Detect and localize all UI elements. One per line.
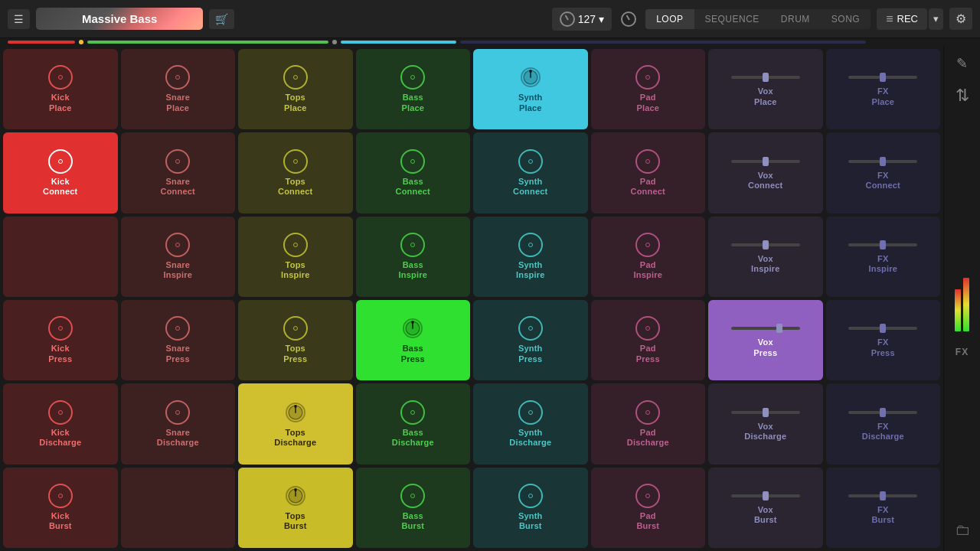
cell-kick-press[interactable]: Kick Press bbox=[3, 300, 118, 380]
circle-pad-connect bbox=[635, 149, 660, 174]
circle-synth-connect bbox=[518, 149, 543, 174]
cell-label-fx-connect: FX Connect bbox=[866, 171, 900, 191]
menu-button[interactable]: ☰ bbox=[8, 9, 30, 29]
cell-pad-place[interactable]: Pad Place bbox=[591, 49, 706, 129]
fader-vox-discharge[interactable] bbox=[731, 411, 800, 414]
cell-synth-burst[interactable]: Synth Burst bbox=[473, 468, 588, 548]
edit-button[interactable]: ✎ bbox=[953, 52, 971, 75]
sync-icon bbox=[621, 11, 636, 27]
cell-bass-burst[interactable]: Bass Burst bbox=[356, 468, 471, 548]
circle-pad-discharge bbox=[635, 400, 660, 425]
fader-fx-inspire[interactable] bbox=[848, 243, 917, 246]
preset-title[interactable]: Massive Bass bbox=[36, 8, 203, 30]
circle-dot-kick-burst bbox=[58, 494, 63, 498]
fader-fx-burst[interactable] bbox=[848, 494, 917, 497]
fader-fx-connect[interactable] bbox=[848, 160, 917, 163]
mode-song[interactable]: SONG bbox=[821, 9, 871, 29]
cell-tops-inspire[interactable]: Tops Inspire bbox=[238, 217, 353, 297]
fader-vox-place[interactable] bbox=[731, 76, 800, 79]
cell-pad-discharge[interactable]: Pad Discharge bbox=[591, 383, 706, 464]
cell-bass-place[interactable]: Bass Place bbox=[356, 49, 471, 129]
cell-fx-inspire[interactable]: FX Inspire bbox=[826, 217, 941, 297]
mode-drum[interactable]: DRUM bbox=[770, 9, 821, 29]
cell-kick-connect[interactable]: Kick Connect bbox=[3, 132, 118, 213]
cell-pad-burst[interactable]: Pad Burst bbox=[591, 468, 706, 548]
cell-tops-burst[interactable]: Tops Burst bbox=[238, 468, 353, 548]
cell-kick-inspire[interactable] bbox=[3, 217, 118, 297]
mode-loop[interactable]: LOOP bbox=[645, 9, 694, 29]
cell-vox-burst[interactable]: Vox Burst bbox=[708, 468, 823, 548]
fader-vox-press[interactable] bbox=[731, 327, 800, 330]
mode-sequence[interactable]: SEQUENCE bbox=[694, 9, 770, 29]
cell-bass-inspire[interactable]: Bass Inspire bbox=[356, 217, 471, 297]
cell-snare-burst[interactable] bbox=[121, 468, 236, 548]
circle-snare-connect bbox=[165, 149, 190, 174]
cell-bass-connect[interactable]: Bass Connect bbox=[356, 132, 471, 213]
bpm-display[interactable]: 127 ▾ bbox=[552, 8, 612, 31]
cell-snare-discharge[interactable]: Snare Discharge bbox=[121, 383, 236, 464]
fader-thumb-fx-press bbox=[880, 324, 886, 333]
cell-tops-connect[interactable]: Tops Connect bbox=[238, 132, 353, 213]
circle-tops-place bbox=[283, 65, 308, 90]
cell-label-vox-press: Vox Press bbox=[753, 337, 777, 357]
fader-fx-discharge[interactable] bbox=[848, 411, 917, 414]
circle-dot-pad-burst bbox=[645, 494, 650, 498]
cell-pad-connect[interactable]: Pad Connect bbox=[591, 132, 706, 213]
fader-fx-place[interactable] bbox=[848, 76, 917, 79]
circle-dot-pad-inspire bbox=[645, 243, 650, 247]
cell-synth-inspire[interactable]: Synth Inspire bbox=[473, 217, 588, 297]
cart-button[interactable]: 🛒 bbox=[209, 9, 234, 29]
folder-button[interactable]: 🗀 bbox=[952, 518, 973, 545]
cell-fx-discharge[interactable]: FX Discharge bbox=[826, 383, 941, 464]
cell-fx-burst[interactable]: FX Burst bbox=[826, 468, 941, 548]
cell-snare-inspire[interactable]: Snare Inspire bbox=[121, 217, 236, 297]
circle-snare-place bbox=[165, 65, 190, 90]
cell-synth-place[interactable]: Synth Place bbox=[473, 49, 588, 129]
circle-dot-kick-place bbox=[58, 75, 63, 80]
cell-bass-discharge[interactable]: Bass Discharge bbox=[356, 383, 471, 464]
cell-vox-connect[interactable]: Vox Connect bbox=[708, 132, 823, 213]
cell-kick-discharge[interactable]: Kick Discharge bbox=[3, 383, 118, 464]
fader-vox-connect[interactable] bbox=[731, 160, 800, 163]
cell-synth-discharge[interactable]: Synth Discharge bbox=[473, 383, 588, 464]
cell-kick-place[interactable]: Kick Place bbox=[3, 49, 118, 129]
circle-bass-place bbox=[400, 65, 425, 90]
eq-button[interactable]: ⇅ bbox=[952, 83, 972, 109]
cell-synth-press[interactable]: Synth Press bbox=[473, 300, 588, 380]
cell-snare-connect[interactable]: Snare Connect bbox=[121, 132, 236, 213]
circle-dot-bass-inspire bbox=[410, 243, 415, 247]
cell-tops-discharge[interactable]: Tops Discharge bbox=[238, 383, 353, 464]
cell-vox-press[interactable]: Vox Press bbox=[708, 300, 823, 380]
fader-vox-inspire[interactable] bbox=[731, 243, 800, 246]
cell-tops-place[interactable]: Tops Place bbox=[238, 49, 353, 129]
cell-label-bass-discharge: Bass Discharge bbox=[392, 428, 434, 448]
fader-fx-press[interactable] bbox=[848, 327, 917, 330]
cell-snare-press[interactable]: Snare Press bbox=[121, 300, 236, 380]
cell-label-tops-connect: Tops Connect bbox=[278, 177, 312, 197]
circle-snare-press bbox=[165, 316, 190, 341]
rec-button[interactable]: ≡ REC bbox=[877, 8, 927, 30]
cell-bass-press[interactable]: Bass Press bbox=[356, 300, 471, 380]
circle-dot-kick-press bbox=[58, 326, 63, 331]
cell-kick-burst[interactable]: Kick Burst bbox=[3, 468, 118, 548]
cell-fx-place[interactable]: FX Place bbox=[826, 49, 941, 129]
circle-dot-snare-inspire bbox=[175, 243, 180, 247]
prog-seg-4 bbox=[460, 41, 865, 44]
cell-vox-place[interactable]: Vox Place bbox=[708, 49, 823, 129]
cell-synth-connect[interactable]: Synth Connect bbox=[473, 132, 588, 213]
circle-dot-snare-place bbox=[175, 75, 180, 80]
cell-vox-discharge[interactable]: Vox Discharge bbox=[708, 383, 823, 464]
circle-dot-snare-discharge bbox=[175, 410, 180, 415]
cell-label-fx-inspire: FX Inspire bbox=[869, 254, 897, 274]
cell-vox-inspire[interactable]: Vox Inspire bbox=[708, 217, 823, 297]
cell-fx-press[interactable]: FX Press bbox=[826, 300, 941, 380]
cell-pad-press[interactable]: Pad Press bbox=[591, 300, 706, 380]
rec-arrow-button[interactable]: ▾ bbox=[929, 8, 943, 30]
cell-pad-inspire[interactable]: Pad Inspire bbox=[591, 217, 706, 297]
bpm-value: 127 bbox=[578, 13, 596, 25]
settings-button[interactable]: ⚙ bbox=[949, 8, 972, 30]
cell-tops-press[interactable]: Tops Press bbox=[238, 300, 353, 380]
fader-vox-burst[interactable] bbox=[731, 494, 800, 497]
cell-snare-place[interactable]: Snare Place bbox=[121, 49, 236, 129]
cell-fx-connect[interactable]: FX Connect bbox=[826, 132, 941, 213]
